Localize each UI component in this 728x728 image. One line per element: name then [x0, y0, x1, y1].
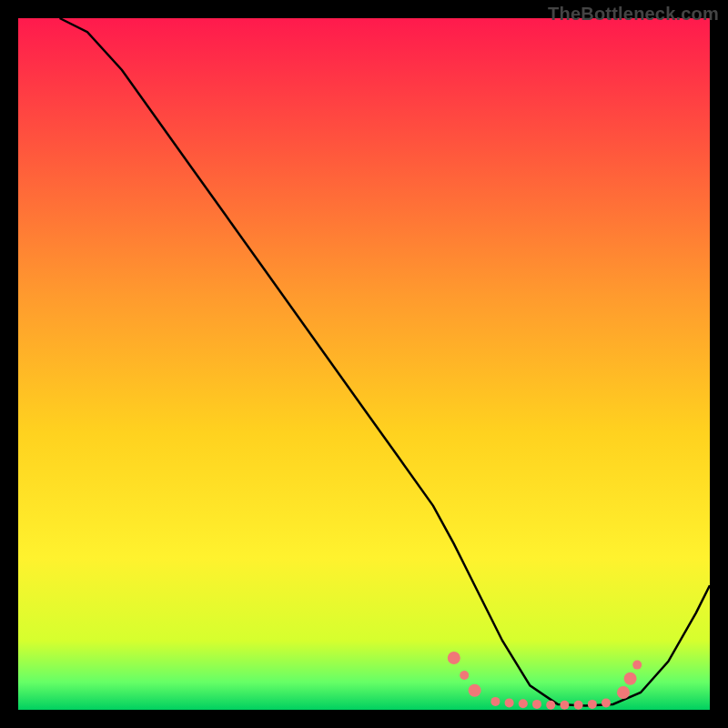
trough-marker-dot: [546, 701, 555, 710]
trough-marker-dot: [632, 661, 642, 670]
trough-marker-dot: [574, 701, 583, 710]
trough-marker-dot: [519, 699, 528, 708]
trough-marker-dot: [602, 698, 611, 707]
watermark-text: TheBottleneck.com: [548, 4, 719, 25]
trough-marker-dot: [448, 652, 460, 664]
trough-marker-dot: [588, 700, 597, 709]
bottleneck-chart: [0, 0, 728, 728]
plot-area: [18, 18, 710, 710]
trough-marker-dot: [469, 684, 481, 697]
chart-container: TheBottleneck.com: [0, 0, 728, 728]
trough-marker-dot: [560, 701, 569, 710]
trough-marker-dot: [617, 686, 630, 699]
trough-marker-dot: [624, 672, 637, 685]
trough-marker-dot: [505, 698, 514, 707]
trough-marker-dot: [460, 671, 469, 680]
trough-marker-dot: [490, 697, 500, 706]
trough-marker-dot: [532, 700, 541, 709]
